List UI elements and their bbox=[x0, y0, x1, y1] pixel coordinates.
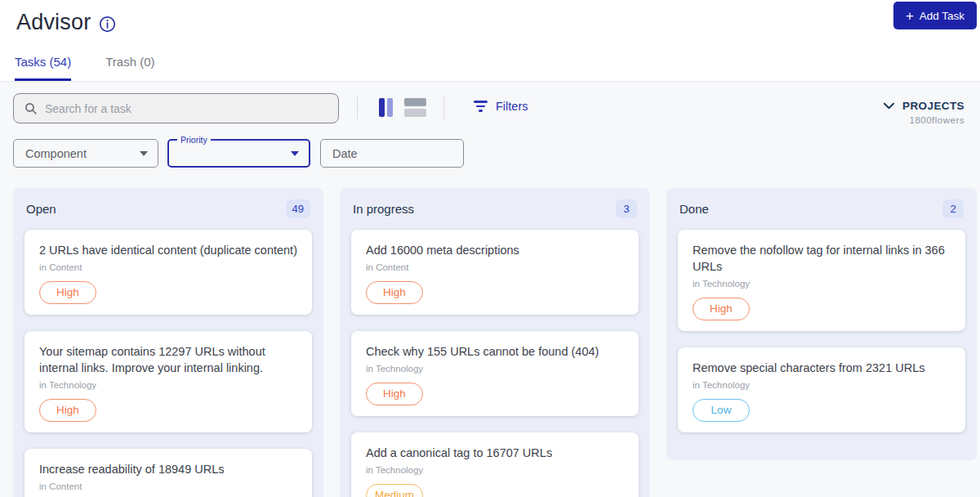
component-filter-select[interactable]: Component bbox=[13, 139, 158, 168]
column-count-badge: 49 bbox=[286, 199, 310, 218]
kanban-column: In progress 3 Add 16000 meta description… bbox=[340, 188, 650, 497]
task-card[interactable]: Remove the nofollow tag for internal lin… bbox=[678, 230, 965, 331]
task-title: Increase readability of 18949 URLs bbox=[39, 461, 297, 477]
kanban-column: Done 2 Remove the nofollow tag for inter… bbox=[666, 188, 977, 460]
add-task-button[interactable]: + Add Task bbox=[893, 2, 977, 29]
filter-funnel-icon bbox=[474, 101, 488, 112]
column-count-badge: 2 bbox=[942, 199, 964, 218]
priority-badge: High bbox=[39, 399, 96, 422]
card-list: 2 URLs have identical content (duplicate… bbox=[13, 228, 323, 497]
priority-badge: Medium bbox=[366, 484, 423, 497]
caret-down-icon bbox=[291, 151, 299, 156]
toolbar: Filters PROJECTS 1800flowers bbox=[0, 82, 980, 139]
projects-selector[interactable]: PROJECTS 1800flowers bbox=[884, 100, 964, 125]
tab-trash[interactable]: Trash (0) bbox=[105, 55, 154, 81]
task-category: in Content bbox=[39, 481, 297, 491]
task-title: Add a canonical tag to 16707 URLs bbox=[366, 445, 624, 461]
priority-filter-label: Priority bbox=[177, 135, 211, 145]
column-header: Done 2 bbox=[666, 188, 977, 228]
plus-icon: + bbox=[906, 9, 914, 23]
task-category: in Technology bbox=[366, 364, 624, 374]
filters-button[interactable]: Filters bbox=[474, 100, 528, 113]
date-filter-label: Date bbox=[332, 147, 358, 160]
task-card[interactable]: Add a canonical tag to 16707 URLs in Tec… bbox=[351, 432, 639, 497]
current-project-name: 1800flowers bbox=[884, 115, 964, 125]
task-category: in Content bbox=[39, 262, 297, 272]
column-name: Open bbox=[26, 202, 56, 216]
search-input[interactable] bbox=[45, 102, 328, 115]
task-title: Your sitemap contains 12297 URLs without… bbox=[39, 343, 297, 376]
task-title: Check why 155 URLs cannot be found (404) bbox=[366, 343, 624, 360]
view-toggle bbox=[379, 98, 426, 117]
priority-badge: High bbox=[366, 383, 423, 405]
task-card[interactable]: Check why 155 URLs cannot be found (404)… bbox=[351, 331, 639, 416]
column-header: In progress 3 bbox=[340, 188, 650, 228]
info-icon[interactable] bbox=[99, 16, 116, 33]
list-view-icon[interactable] bbox=[404, 98, 426, 117]
task-category: in Technology bbox=[39, 380, 297, 390]
kanban-column: Open 49 2 URLs have identical content (d… bbox=[13, 188, 323, 497]
tab-bar: Tasks (54) Trash (0) bbox=[15, 55, 154, 81]
filter-row: Component Priority Date bbox=[0, 139, 980, 188]
priority-badge: Low bbox=[693, 399, 750, 422]
priority-filter-select[interactable]: Priority bbox=[167, 139, 310, 168]
page-title: Advisor bbox=[16, 10, 91, 35]
task-card[interactable]: Add 16000 meta descriptions in Content H… bbox=[351, 230, 639, 315]
divider bbox=[443, 96, 444, 119]
kanban-board: Open 49 2 URLs have identical content (d… bbox=[0, 188, 980, 497]
task-card[interactable]: Increase readability of 18949 URLs in Co… bbox=[24, 449, 312, 497]
search-box[interactable] bbox=[13, 93, 339, 123]
column-name: Done bbox=[679, 202, 709, 216]
task-card[interactable]: Remove special characters from 2321 URLs… bbox=[678, 347, 965, 432]
task-card[interactable]: 2 URLs have identical content (duplicate… bbox=[24, 230, 312, 315]
page-header: Advisor + Add Task Tasks (54) Trash (0) bbox=[0, 0, 980, 82]
search-icon bbox=[24, 101, 38, 115]
task-title: Remove the nofollow tag for internal lin… bbox=[693, 242, 951, 275]
caret-down-icon bbox=[140, 151, 148, 156]
add-task-label: Add Task bbox=[920, 10, 964, 22]
chevron-down-icon bbox=[884, 102, 894, 110]
task-category: in Content bbox=[366, 262, 624, 272]
task-card[interactable]: Your sitemap contains 12297 URLs without… bbox=[24, 331, 312, 432]
date-filter-input[interactable]: Date bbox=[320, 139, 464, 168]
task-title: Remove special characters from 2321 URLs bbox=[693, 360, 951, 376]
task-category: in Technology bbox=[366, 465, 624, 475]
filters-label: Filters bbox=[496, 100, 528, 113]
task-category: in Technology bbox=[693, 279, 951, 289]
kanban-view-icon[interactable] bbox=[379, 98, 393, 117]
column-count-badge: 3 bbox=[616, 199, 637, 218]
component-filter-label: Component bbox=[25, 147, 87, 160]
card-list: Remove the nofollow tag for internal lin… bbox=[666, 228, 977, 460]
task-title: Add 16000 meta descriptions bbox=[366, 242, 624, 258]
priority-badge: High bbox=[366, 281, 423, 304]
column-name: In progress bbox=[353, 202, 414, 216]
task-title: 2 URLs have identical content (duplicate… bbox=[39, 242, 297, 258]
priority-badge: High bbox=[693, 298, 750, 320]
divider bbox=[357, 96, 358, 119]
priority-badge: High bbox=[39, 281, 96, 304]
task-category: in Technology bbox=[693, 380, 951, 390]
column-header: Open 49 bbox=[13, 188, 323, 228]
projects-label: PROJECTS bbox=[902, 100, 964, 112]
card-list: Add 16000 meta descriptions in Content H… bbox=[340, 228, 650, 497]
tab-tasks[interactable]: Tasks (54) bbox=[15, 55, 71, 81]
